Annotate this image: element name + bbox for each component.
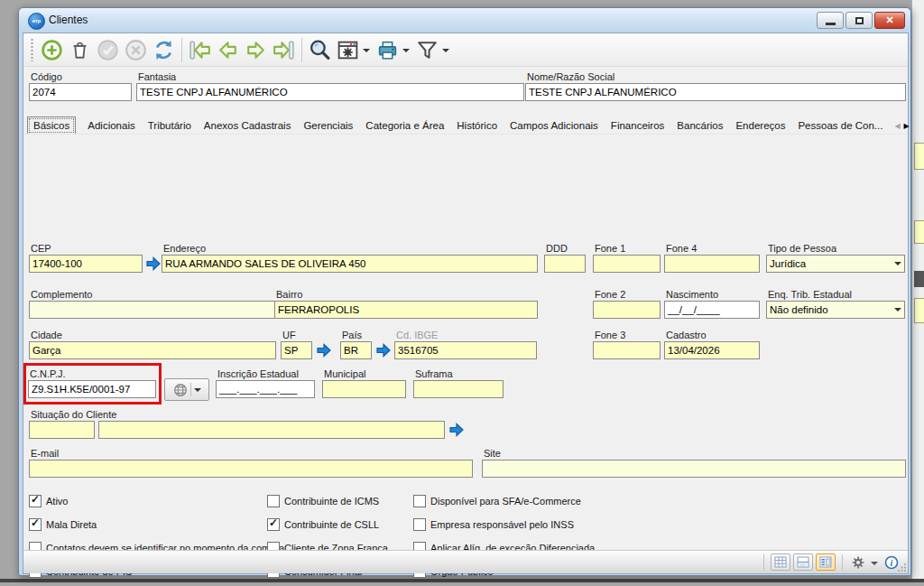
email-field-group: E-mail xyxy=(29,460,473,478)
previous-record-button[interactable] xyxy=(214,36,242,64)
nascimento-label: Nascimento xyxy=(666,289,718,300)
ddd-input[interactable] xyxy=(544,255,586,273)
checkbox-box[interactable] xyxy=(267,495,280,507)
tipo-pessoa-dropdown[interactable]: Jurídica xyxy=(766,255,905,273)
checkbox-box[interactable] xyxy=(413,518,426,531)
codigo-input[interactable]: 2074 xyxy=(29,83,132,101)
checkbox-box[interactable] xyxy=(267,518,280,531)
situacao-codigo-input[interactable] xyxy=(29,421,95,439)
fone4-input[interactable] xyxy=(664,255,760,273)
chevron-down-icon xyxy=(194,388,201,395)
last-record-button[interactable] xyxy=(270,36,298,64)
fone1-input[interactable] xyxy=(593,255,661,273)
cidade-field-group: Cidade Garça xyxy=(29,341,276,359)
filter-dropdown-caret[interactable] xyxy=(442,49,449,56)
statusbar-settings-button[interactable] xyxy=(849,553,867,571)
resize-grip[interactable] xyxy=(897,563,907,572)
fantasia-input[interactable]: TESTE CNPJ ALFANUMÉRICO xyxy=(136,83,524,101)
enq-trib-dropdown[interactable]: Não definido xyxy=(766,301,905,319)
cidade-input[interactable]: Garça xyxy=(29,341,276,359)
print-button[interactable] xyxy=(374,36,402,64)
titlebar[interactable]: erp Clientes ✕ xyxy=(19,8,910,33)
uf-input[interactable]: SP xyxy=(281,341,312,359)
search-button[interactable] xyxy=(306,36,334,64)
complemento-input[interactable] xyxy=(29,301,282,319)
municipal-input[interactable] xyxy=(322,380,406,398)
form-view-button[interactable] xyxy=(816,553,836,571)
tab-financeiros[interactable]: Financeiros xyxy=(610,117,665,134)
refresh-button[interactable] xyxy=(150,36,178,64)
checkbox-box[interactable] xyxy=(29,518,42,531)
pais-lookup-arrow-icon[interactable] xyxy=(375,342,392,358)
tab-categoria-e-area[interactable]: Categoria e Área xyxy=(365,117,445,134)
checkbox-box[interactable] xyxy=(413,495,426,507)
situacao-descricao-input[interactable] xyxy=(98,421,445,439)
close-button[interactable]: ✕ xyxy=(874,12,905,29)
ibge-input[interactable]: 3516705 xyxy=(394,341,537,359)
chevron-down-icon xyxy=(894,308,901,315)
tab-scroll-left-icon[interactable]: ◀ xyxy=(894,122,900,130)
background-field-fragment xyxy=(914,143,924,170)
settings-dropdown-caret[interactable] xyxy=(363,49,370,56)
cancel-button[interactable] xyxy=(122,36,150,64)
complemento-label: Complemento xyxy=(31,289,92,300)
split-view-button[interactable] xyxy=(793,553,813,571)
tab-anexos-cadastrais[interactable]: Anexos Cadastrais xyxy=(203,117,292,134)
site-input[interactable] xyxy=(482,460,906,478)
uf-lookup-arrow-icon[interactable] xyxy=(316,342,332,358)
toolbar-grip[interactable] xyxy=(31,38,33,61)
fone2-label: Fone 2 xyxy=(595,289,625,300)
delete-button[interactable] xyxy=(66,36,94,64)
tab-adicionais[interactable]: Adicionais xyxy=(87,117,135,134)
tipo-pessoa-value: Jurídica xyxy=(770,256,806,272)
fone2-input[interactable] xyxy=(593,301,661,319)
tab-bancarios[interactable]: Bancários xyxy=(676,117,724,134)
bairro-input[interactable]: FERRAROPOLIS xyxy=(274,301,538,319)
fone3-input[interactable] xyxy=(593,341,661,359)
cep-lookup-arrow-icon[interactable] xyxy=(145,256,162,272)
checkbox-contribuinte-icms[interactable]: Contribuinte de ICMS xyxy=(267,495,379,507)
tab-basicos[interactable]: Básicos xyxy=(27,116,76,135)
minimize-button[interactable] xyxy=(817,12,844,29)
fantasia-field-group: Fantasia TESTE CNPJ ALFANUMÉRICO xyxy=(136,83,524,101)
next-record-button[interactable] xyxy=(242,36,270,64)
nascimento-input[interactable]: __/__/____ xyxy=(664,301,760,319)
checkbox-contribuinte-csll[interactable]: Contribuinte de CSLL xyxy=(267,518,379,531)
checkbox-ativo[interactable]: Ativo xyxy=(29,495,68,507)
fone1-field-group: Fone 1 xyxy=(593,255,661,273)
suframa-input[interactable] xyxy=(413,380,504,398)
print-dropdown-caret[interactable] xyxy=(402,49,410,56)
nome-razao-input[interactable]: TESTE CNPJ ALFANUMÉRICO xyxy=(525,83,906,101)
first-record-button[interactable] xyxy=(186,36,214,64)
maximize-button[interactable] xyxy=(845,12,873,29)
checkbox-responsavel-inss[interactable]: Empresa responsável pelo INSS xyxy=(413,518,574,531)
confirm-button[interactable] xyxy=(94,36,122,64)
checkbox-mala-direta[interactable]: Mala Direta xyxy=(29,518,97,531)
cnpj-web-lookup-button[interactable] xyxy=(164,378,209,401)
inscricao-estadual-input[interactable]: ___.___.___.___ xyxy=(216,380,315,398)
tab-gerenciais[interactable]: Gerenciais xyxy=(302,117,354,134)
endereco-input[interactable]: RUA ARMANDO SALES DE OLIVEIRA 450 xyxy=(162,255,538,273)
grid-view-button[interactable] xyxy=(771,553,790,571)
checkbox-sfa-ecommerce[interactable]: Disponível para SFA/e-Commerce xyxy=(413,495,581,507)
pais-input[interactable]: BR xyxy=(340,341,372,359)
email-input[interactable] xyxy=(29,460,473,478)
cadastro-input[interactable]: 13/04/2026 xyxy=(664,341,760,359)
tab-historico[interactable]: Histórico xyxy=(456,117,498,134)
statusbar-settings-caret[interactable] xyxy=(871,562,878,569)
settings-button[interactable] xyxy=(334,36,362,64)
site-label: Site xyxy=(484,448,501,459)
add-button[interactable] xyxy=(38,36,66,64)
tab-scroll-right-icon[interactable]: ▶ xyxy=(904,122,910,130)
tab-tributario[interactable]: Tributário xyxy=(147,117,192,134)
cnpj-label: C.N.P.J. xyxy=(30,368,66,379)
tab-enderecos[interactable]: Endereços xyxy=(735,117,786,134)
tab-pessoas-de-contato[interactable]: Pessoas de Con... xyxy=(797,117,883,134)
cep-input[interactable]: 17400-100 xyxy=(29,255,143,273)
situacao-lookup-arrow-icon[interactable] xyxy=(448,422,465,438)
tab-campos-adicionais[interactable]: Campos Adicionais xyxy=(509,117,599,134)
cnpj-input[interactable]: Z9.S1H.K5E/0001-97 xyxy=(28,380,156,398)
checkbox-box[interactable] xyxy=(29,495,42,507)
filter-button[interactable] xyxy=(413,36,441,64)
cidade-label: Cidade xyxy=(31,330,62,340)
